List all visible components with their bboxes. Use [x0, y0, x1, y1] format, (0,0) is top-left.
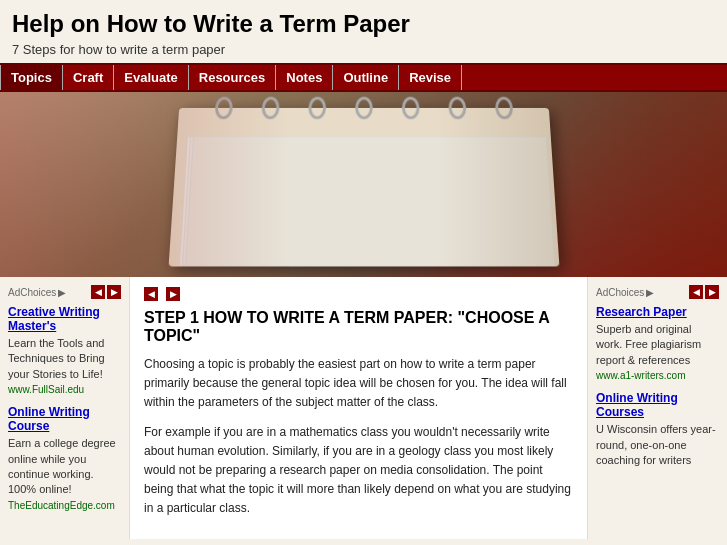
- right-ad-1-desc: Superb and original work. Free plagiaris…: [596, 322, 719, 368]
- main-prev-button[interactable]: ◀: [144, 287, 158, 301]
- left-ad-header: AdChoices ▶ ◀ ▶: [8, 285, 121, 299]
- right-ad-1-title[interactable]: Research Paper: [596, 305, 719, 319]
- page-title: Help on How to Write a Term Paper: [12, 10, 715, 38]
- left-ad-1-title[interactable]: Creative Writing Master's: [8, 305, 121, 333]
- right-ad-2-title[interactable]: Online Writing Courses: [596, 391, 719, 419]
- step-paragraph-2: For example if you are in a mathematics …: [144, 423, 573, 519]
- left-ad-1-url[interactable]: www.FullSail.edu: [8, 384, 121, 395]
- step-heading: STEP 1 HOW TO WRITE A TERM PAPER: "CHOOS…: [144, 309, 573, 345]
- right-ad-next-button[interactable]: ▶: [705, 285, 719, 299]
- left-ad-1-desc: Learn the Tools and Techniques to Bring …: [8, 336, 121, 382]
- nav-item-revise[interactable]: Revise: [399, 65, 462, 90]
- right-ad-header: AdChoices ▶ ◀ ▶: [596, 285, 719, 299]
- right-ad-block-2: Online Writing Courses U Wisconsin offer…: [596, 391, 719, 468]
- left-ad-block-1: Creative Writing Master's Learn the Tool…: [8, 305, 121, 395]
- main-content: ◀ ▶ STEP 1 HOW TO WRITE A TERM PAPER: "C…: [130, 277, 587, 539]
- step-paragraph-1: Choosing a topic is probably the easiest…: [144, 355, 573, 413]
- main-nav: TopicsCraftEvaluateResourcesNotesOutline…: [0, 63, 727, 92]
- right-sidebar: AdChoices ▶ ◀ ▶ Research Paper Superb an…: [587, 277, 727, 539]
- left-ad-nav[interactable]: ◀ ▶: [91, 285, 121, 299]
- right-ad-prev-button[interactable]: ◀: [689, 285, 703, 299]
- step-body: Choosing a topic is probably the easiest…: [144, 355, 573, 519]
- left-ad-block-2: Online Writing Course Earn a college deg…: [8, 405, 121, 511]
- left-ad-2-desc: Earn a college degree online while you c…: [8, 436, 121, 498]
- right-ad-block-1: Research Paper Superb and original work.…: [596, 305, 719, 381]
- left-ad-next-button[interactable]: ▶: [107, 285, 121, 299]
- main-next-button[interactable]: ▶: [166, 287, 180, 301]
- page-header: Help on How to Write a Term Paper 7 Step…: [0, 0, 727, 63]
- page-subtitle: 7 Steps for how to write a term paper: [12, 42, 715, 57]
- right-ad-2-desc: U Wisconsin offers year-round, one-on-on…: [596, 422, 719, 468]
- left-ad-prev-button[interactable]: ◀: [91, 285, 105, 299]
- right-ad-1-url[interactable]: www.a1-writers.com: [596, 370, 719, 381]
- left-ad-2-title[interactable]: Online Writing Course: [8, 405, 121, 433]
- content-area: AdChoices ▶ ◀ ▶ Creative Writing Master'…: [0, 277, 727, 539]
- right-ad-nav[interactable]: ◀ ▶: [689, 285, 719, 299]
- right-ad-choices-label: AdChoices ▶: [596, 287, 654, 298]
- nav-item-craft[interactable]: Craft: [63, 65, 114, 90]
- left-sidebar: AdChoices ▶ ◀ ▶ Creative Writing Master'…: [0, 277, 130, 539]
- left-ad-choices-label: AdChoices ▶: [8, 287, 66, 298]
- nav-item-notes[interactable]: Notes: [276, 65, 333, 90]
- nav-item-outline[interactable]: Outline: [333, 65, 399, 90]
- nav-item-evaluate[interactable]: Evaluate: [114, 65, 188, 90]
- nav-item-resources[interactable]: Resources: [189, 65, 276, 90]
- nav-item-topics[interactable]: Topics: [0, 65, 63, 90]
- hero-image: [0, 92, 727, 277]
- main-header-row: ◀ ▶: [144, 287, 573, 301]
- left-ad-2-url[interactable]: TheEducatingEdge.com: [8, 500, 121, 511]
